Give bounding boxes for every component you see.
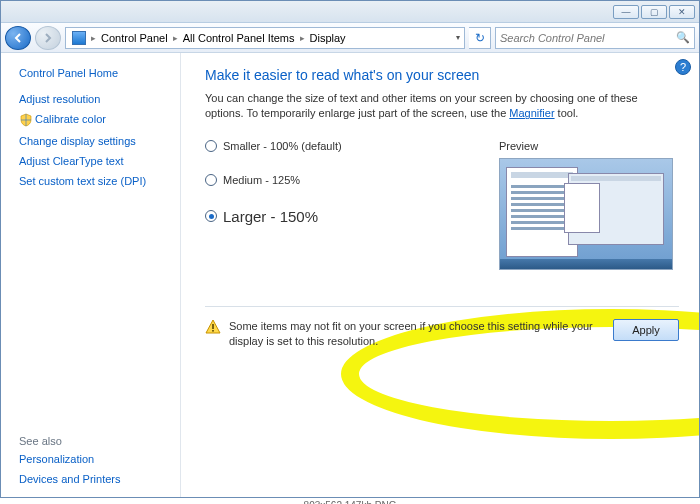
breadcrumb-item[interactable]: Control Panel [97, 28, 172, 48]
page-title: Make it easier to read what's on your sc… [205, 67, 679, 83]
chevron-right-icon: ▸ [299, 33, 306, 43]
scaling-options: Smaller - 100% (default) Medium - 125% L… [205, 140, 679, 270]
sidebar-link-cleartype[interactable]: Adjust ClearType text [19, 151, 168, 171]
breadcrumb-item[interactable]: All Control Panel Items [179, 28, 299, 48]
intro-text: You can change the size of text and othe… [205, 91, 679, 122]
svg-rect-0 [212, 324, 214, 329]
radio-label: Medium - 125% [223, 174, 300, 186]
maximize-button[interactable]: ▢ [641, 5, 667, 19]
breadcrumb-dropdown[interactable]: ▾ [454, 33, 462, 42]
radio-medium[interactable]: Medium - 125% [205, 174, 475, 186]
radio-icon [205, 174, 217, 186]
preview-label: Preview [499, 140, 679, 152]
chevron-right-icon: ▸ [172, 33, 179, 43]
shield-icon [19, 113, 33, 127]
minimize-button[interactable]: — [613, 5, 639, 19]
refresh-button[interactable]: ↻ [469, 27, 491, 49]
image-meta-footer: 803x562 147kb PNG [0, 498, 700, 504]
close-button[interactable]: ✕ [669, 5, 695, 19]
radio-icon [205, 140, 217, 152]
radio-smaller[interactable]: Smaller - 100% (default) [205, 140, 475, 152]
sidebar-link-adjust-resolution[interactable]: Adjust resolution [19, 89, 168, 109]
warning-text: Some items may not fit on your screen if… [229, 319, 605, 350]
radio-label: Larger - 150% [223, 208, 318, 225]
see-also-section: See also Personalization Devices and Pri… [19, 423, 168, 489]
main-panel: ? Make it easier to read what's on your … [181, 53, 699, 497]
radio-label: Smaller - 100% (default) [223, 140, 342, 152]
forward-button[interactable] [35, 26, 61, 50]
search-icon: 🔍 [676, 31, 690, 44]
breadcrumb-item[interactable]: Display [306, 28, 350, 48]
see-also-personalization[interactable]: Personalization [19, 449, 168, 469]
preview-column: Preview [499, 140, 679, 270]
breadcrumb[interactable]: ▸ Control Panel ▸ All Control Panel Item… [65, 27, 465, 49]
titlebar: — ▢ ✕ [1, 1, 699, 23]
content-area: Control Panel Home Adjust resolution Cal… [1, 53, 699, 497]
control-panel-icon [72, 31, 86, 45]
see-also-devices-printers[interactable]: Devices and Printers [19, 469, 168, 489]
preview-image [499, 158, 673, 270]
chevron-right-icon: ▸ [90, 33, 97, 43]
sidebar-link-calibrate-color[interactable]: Calibrate color [19, 109, 168, 131]
magnifier-link[interactable]: Magnifier [509, 107, 554, 119]
radio-larger[interactable]: Larger - 150% [205, 208, 475, 225]
sidebar-link-custom-text-size[interactable]: Set custom text size (DPI) [19, 171, 168, 191]
sidebar-link-change-display[interactable]: Change display settings [19, 131, 168, 151]
apply-button[interactable]: Apply [613, 319, 679, 341]
control-panel-home-link[interactable]: Control Panel Home [19, 67, 168, 89]
radio-icon [205, 210, 217, 222]
sidebar: Control Panel Home Adjust resolution Cal… [1, 53, 181, 497]
help-icon[interactable]: ? [675, 59, 691, 75]
back-button[interactable] [5, 26, 31, 50]
navbar: ▸ Control Panel ▸ All Control Panel Item… [1, 23, 699, 53]
search-input[interactable]: Search Control Panel 🔍 [495, 27, 695, 49]
svg-rect-1 [212, 330, 214, 332]
warning-row: Some items may not fit on your screen if… [205, 306, 679, 350]
display-settings-window: — ▢ ✕ ▸ Control Panel ▸ All Control Pane… [0, 0, 700, 498]
search-placeholder: Search Control Panel [500, 32, 605, 44]
warning-icon [205, 319, 221, 335]
see-also-header: See also [19, 431, 168, 449]
